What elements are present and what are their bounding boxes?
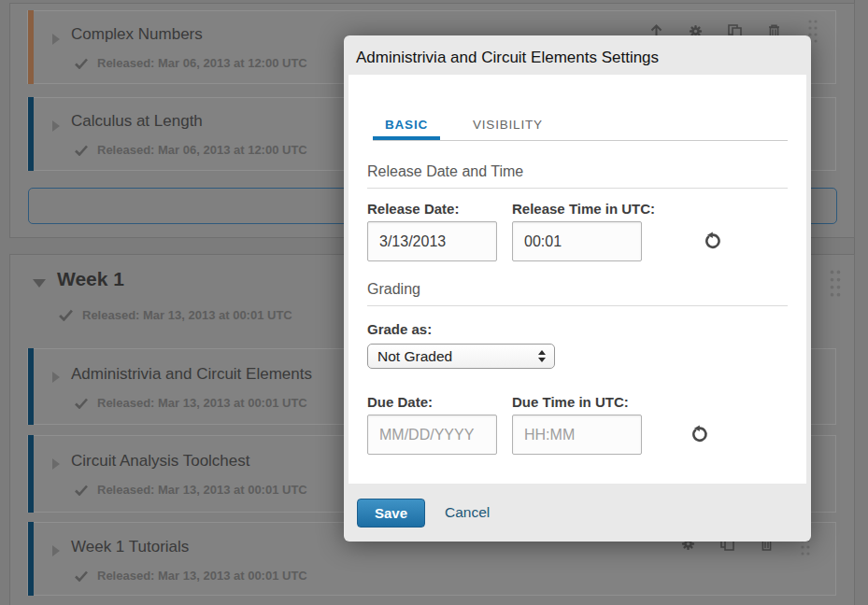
tab-basic[interactable]: BASIC	[373, 118, 440, 140]
modal-tabs: BASIC VISIBILITY	[373, 118, 788, 141]
check-icon	[59, 309, 73, 321]
released-text: Released: Mar 06, 2013 at 12:00 UTC	[97, 56, 307, 70]
due-time-field: Due Time in UTC:	[512, 394, 642, 455]
settings-modal: Administrivia and Circuit Elements Setti…	[344, 35, 811, 542]
section-title: Week 1	[57, 268, 124, 290]
released-text: Released: Mar 13, 2013 at 00:01 UTC	[97, 569, 307, 583]
due-time-label: Due Time in UTC:	[512, 394, 642, 410]
release-time-label: Release Time in UTC:	[512, 201, 655, 217]
released-status: Released: Mar 13, 2013 at 00:01 UTC	[59, 308, 292, 322]
clear-release-date-button[interactable]	[704, 232, 722, 253]
subsection-title: Calculus at Length	[71, 112, 203, 131]
released-text: Released: Mar 13, 2013 at 00:01 UTC	[82, 308, 292, 322]
released-status: Released: Mar 13, 2013 at 00:01 UTC	[75, 569, 307, 583]
modal-title: Administrivia and Circuit Elements Setti…	[344, 35, 811, 67]
reset-icon	[704, 232, 722, 250]
release-time-field: Release Time in UTC:	[512, 201, 655, 261]
due-fields-row: Due Date: Due Time in UTC:	[367, 394, 788, 455]
grading-section-heading: Grading	[367, 281, 788, 298]
subsection-title: Administrivia and Circuit Elements	[71, 365, 312, 384]
collapse-caret-icon[interactable]	[33, 279, 46, 288]
due-date-input[interactable]	[367, 415, 497, 455]
due-date-label: Due Date:	[367, 394, 497, 410]
check-icon	[75, 485, 88, 496]
due-time-input[interactable]	[512, 415, 642, 455]
released-text: Released: Mar 13, 2013 at 00:01 UTC	[97, 483, 307, 497]
released-status: Released: Mar 06, 2013 at 12:00 UTC	[75, 143, 307, 157]
expand-caret-icon[interactable]	[52, 372, 60, 383]
check-icon	[75, 145, 88, 156]
select-arrows-icon	[538, 350, 546, 362]
divider	[367, 188, 788, 189]
release-time-input[interactable]	[512, 221, 642, 261]
release-fields-row: Release Date: Release Time in UTC:	[367, 201, 788, 261]
reset-icon	[690, 425, 709, 443]
subsection-title: Circuit Analysis Toolchest	[71, 452, 250, 471]
status-bar	[28, 522, 34, 596]
save-button[interactable]: Save	[357, 499, 425, 528]
release-section-heading: Release Date and Time	[367, 163, 788, 180]
check-icon	[75, 398, 88, 409]
check-icon	[75, 58, 88, 69]
check-icon	[75, 570, 88, 582]
status-bar	[28, 435, 34, 513]
expand-caret-icon[interactable]	[52, 34, 60, 45]
modal-body: BASIC VISIBILITY Release Date and Time R…	[349, 75, 806, 484]
cancel-link[interactable]: Cancel	[445, 504, 490, 521]
released-text: Released: Mar 13, 2013 at 00:01 UTC	[97, 396, 307, 410]
expand-caret-icon[interactable]	[52, 458, 60, 470]
expand-caret-icon[interactable]	[52, 120, 60, 132]
tab-visibility[interactable]: VISIBILITY	[461, 118, 555, 140]
released-status: Released: Mar 13, 2013 at 00:01 UTC	[75, 483, 307, 497]
released-status: Released: Mar 13, 2013 at 00:01 UTC	[75, 396, 307, 410]
subsection-title: Week 1 Tutorials	[71, 538, 189, 556]
clear-due-date-button[interactable]	[690, 425, 709, 446]
status-bar	[28, 10, 34, 84]
subsection-title: Complex Numbers	[71, 25, 203, 44]
drag-handle-icon[interactable]	[829, 269, 842, 301]
grade-as-label: Grade as:	[367, 321, 788, 337]
release-date-label: Release Date:	[367, 201, 497, 217]
grade-select-value: Not Graded	[377, 348, 452, 365]
expand-caret-icon[interactable]	[52, 545, 60, 556]
divider	[367, 305, 788, 306]
due-date-field: Due Date:	[367, 394, 497, 455]
grade-select[interactable]: Not Graded	[367, 344, 555, 369]
released-text: Released: Mar 06, 2013 at 12:00 UTC	[97, 143, 307, 157]
release-date-input[interactable]	[367, 221, 497, 261]
release-date-field: Release Date:	[367, 201, 497, 261]
modal-footer: Save Cancel	[344, 484, 811, 542]
status-bar	[28, 97, 34, 171]
released-status: Released: Mar 06, 2013 at 12:00 UTC	[75, 56, 307, 70]
status-bar	[28, 348, 34, 425]
studio-course-outline-page: Complex Numbers Released: Mar 06, 2013 a…	[0, 0, 868, 605]
